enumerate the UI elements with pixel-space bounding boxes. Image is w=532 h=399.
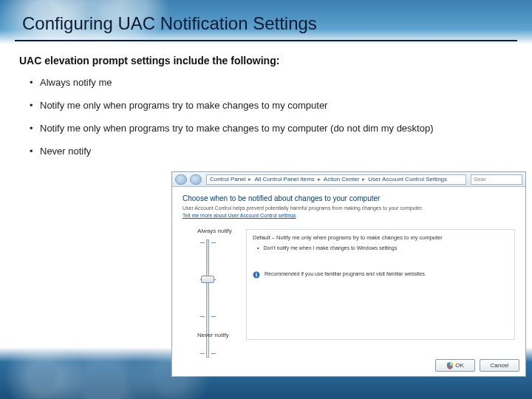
slide-title: Configuring UAC Notification Settings — [0, 0, 532, 37]
bullet-item: Notify me only when programs try to make… — [30, 123, 508, 135]
cancel-button[interactable]: Cancel — [480, 359, 519, 372]
breadcrumb-item[interactable]: User Account Control Settings — [368, 176, 447, 183]
default-heading: Default – Notify me only when programs t… — [253, 234, 508, 241]
svg-rect-1 — [256, 274, 256, 276]
ok-button[interactable]: OK — [435, 359, 475, 372]
svg-rect-2 — [256, 273, 256, 274]
slider-column: Always notify Never notify — [197, 229, 242, 340]
slide: Configuring UAC Notification Settings UA… — [0, 0, 532, 399]
search-input[interactable]: Sear — [471, 174, 522, 185]
detail-text: Don't notify me when I make changes to W… — [263, 245, 397, 250]
dialog-heading: Choose when to be notified about changes… — [183, 194, 515, 202]
explorer-navbar: Control Panel▸ All Control Panel Items▸ … — [172, 172, 525, 187]
detail-column: Default – Notify me only when programs t… — [242, 229, 515, 340]
breadcrumb-item[interactable]: Action Center — [324, 176, 359, 183]
search-placeholder: Sear — [474, 176, 486, 183]
recommendation-text: Recommended if you use familiar programs… — [265, 271, 426, 279]
bullet-item: Notify me only when programs try to make… — [30, 100, 508, 112]
forward-button[interactable] — [190, 174, 202, 185]
subhead: UAC elevation prompt settings include th… — [19, 55, 508, 66]
detail-item: • Don't notify me when I make changes to… — [257, 245, 508, 250]
ok-label: OK — [455, 362, 464, 369]
bullet-item: Always notify me — [30, 77, 508, 89]
dialog-body: Choose when to be notified about changes… — [172, 187, 525, 340]
slider-tick — [200, 353, 205, 354]
slide-content: UAC elevation prompt settings include th… — [0, 41, 532, 158]
slider-label-top: Always notify — [197, 228, 232, 234]
back-button[interactable] — [175, 174, 187, 185]
dialog-footer: OK Cancel — [435, 359, 519, 372]
slider-tick — [200, 316, 205, 317]
slider-tick — [211, 316, 216, 317]
breadcrumb-item[interactable]: Control Panel — [210, 176, 245, 183]
uac-dialog-screenshot: Control Panel▸ All Control Panel Items▸ … — [171, 171, 526, 377]
cancel-label: Cancel — [491, 362, 509, 369]
info-icon — [253, 271, 260, 279]
slider-tick — [211, 242, 216, 243]
bullet-list: Always notify me Notify me only when pro… — [19, 77, 508, 158]
detail-box: Default – Notify me only when programs t… — [246, 229, 515, 340]
shield-icon — [446, 362, 453, 369]
slider-label-bottom: Never notify — [197, 332, 229, 338]
breadcrumb[interactable]: Control Panel▸ All Control Panel Items▸ … — [206, 174, 466, 185]
learn-more-link[interactable]: Tell me more about User Account Control … — [183, 213, 296, 218]
breadcrumb-item[interactable]: All Control Panel Items — [254, 176, 314, 183]
slider-tick — [200, 242, 205, 243]
slider-thumb[interactable] — [201, 276, 214, 283]
slider-tick — [211, 353, 216, 354]
slider-track[interactable] — [206, 239, 209, 358]
recommendation: Recommended if you use familiar programs… — [253, 271, 508, 279]
bullet-item: Never notify — [30, 146, 508, 158]
dialog-description: User Account Control helps prevent poten… — [183, 205, 515, 211]
bullet-dot: • — [257, 245, 259, 250]
slider-area: Always notify Never notify Default – N — [183, 229, 515, 340]
